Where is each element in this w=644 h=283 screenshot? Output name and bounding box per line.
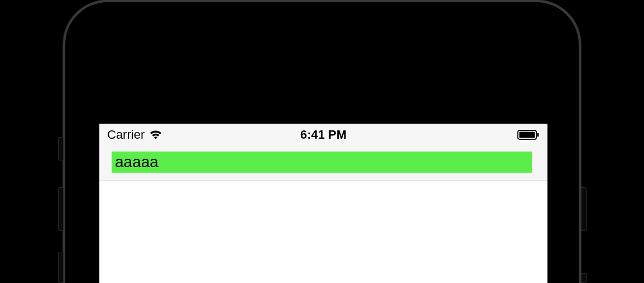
- status-left: Carrier: [107, 128, 162, 142]
- clock-label: 6:41 PM: [300, 128, 347, 142]
- device-side-button: [58, 137, 64, 160]
- device-side-button: [58, 187, 64, 231]
- wifi-icon: [149, 130, 162, 140]
- search-bar-area: [99, 146, 547, 181]
- svg-rect-1: [520, 132, 535, 138]
- device-side-button: [581, 187, 587, 231]
- device-screen: Carrier 6:41 PM: [99, 124, 547, 283]
- device-side-button: [581, 273, 587, 283]
- search-input[interactable]: [112, 152, 532, 173]
- device-side-button: [58, 252, 64, 283]
- status-right: [517, 130, 540, 140]
- battery-icon: [517, 130, 540, 140]
- carrier-label: Carrier: [107, 128, 145, 142]
- content-area: [99, 181, 547, 283]
- svg-rect-2: [537, 133, 539, 137]
- status-bar: Carrier 6:41 PM: [99, 124, 547, 146]
